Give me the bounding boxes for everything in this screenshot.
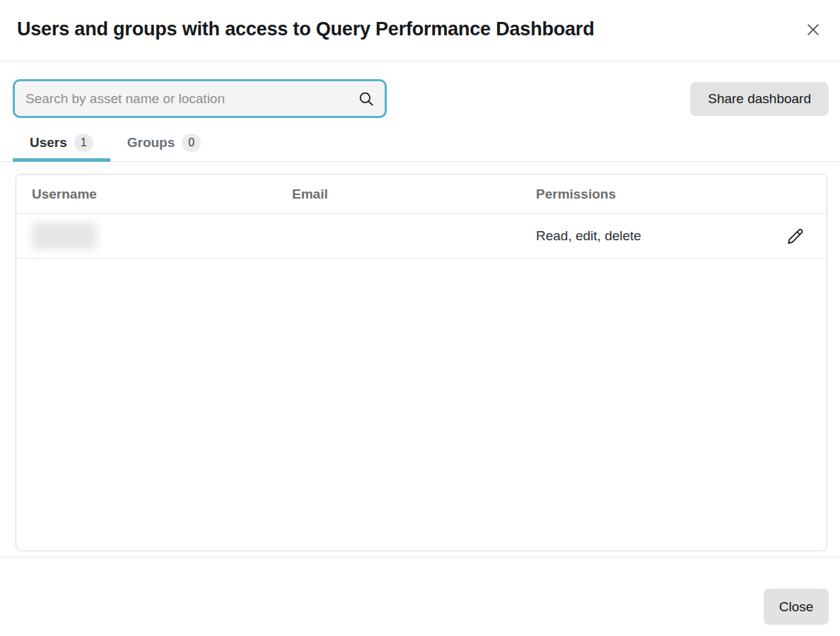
dialog-header: Users and groups with access to Query Pe… xyxy=(0,0,840,61)
tab-groups-label: Groups xyxy=(127,135,175,151)
column-header-permissions: Permissions xyxy=(520,175,827,213)
search-input[interactable] xyxy=(13,79,387,118)
share-dialog: Users and groups with access to Query Pe… xyxy=(0,0,840,625)
dialog-footer: Close xyxy=(0,557,840,625)
search-box xyxy=(13,79,387,118)
tab-users[interactable]: Users 1 xyxy=(13,134,110,161)
column-header-username: Username xyxy=(16,175,276,213)
close-button[interactable]: Close xyxy=(764,589,829,625)
table-row: Read, edit, delete xyxy=(16,214,827,259)
username-cell xyxy=(16,214,276,258)
column-header-email: Email xyxy=(276,175,520,213)
share-dashboard-button[interactable]: Share dashboard xyxy=(690,82,829,116)
pencil-icon xyxy=(786,228,804,245)
close-icon[interactable] xyxy=(803,20,823,40)
dialog-title: Users and groups with access to Query Pe… xyxy=(17,18,594,40)
users-table: Username Email Permissions Read, edit, d… xyxy=(16,174,827,551)
username-redacted xyxy=(32,223,97,249)
table-header-row: Username Email Permissions xyxy=(16,175,827,214)
permissions-value: Read, edit, delete xyxy=(536,228,641,244)
email-cell xyxy=(276,214,520,258)
tab-users-count-badge: 1 xyxy=(74,134,93,152)
tab-groups[interactable]: Groups 0 xyxy=(110,134,218,161)
tabs: Users 1 Groups 0 xyxy=(0,134,840,162)
edit-permissions-button[interactable] xyxy=(785,226,805,247)
permissions-cell: Read, edit, delete xyxy=(520,214,827,258)
tab-users-label: Users xyxy=(30,135,67,151)
toolbar: Share dashboard xyxy=(0,61,840,118)
tab-groups-count-badge: 0 xyxy=(182,134,201,152)
